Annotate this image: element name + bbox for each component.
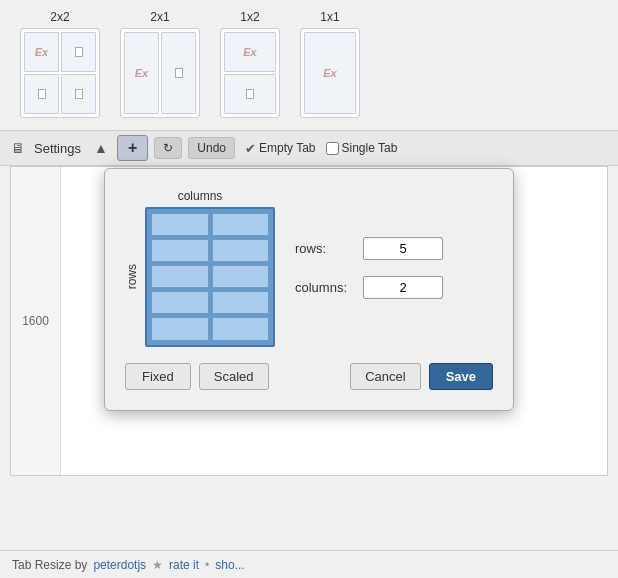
scaled-button[interactable]: Scaled bbox=[199, 363, 269, 390]
dialog-grid-area: columns rows bbox=[125, 189, 493, 347]
rows-label: rows: bbox=[295, 241, 355, 256]
grid-cell bbox=[212, 213, 270, 236]
fixed-button[interactable]: Fixed bbox=[125, 363, 191, 390]
rows-field: rows: bbox=[295, 237, 443, 260]
grid-cell bbox=[212, 317, 270, 340]
grid-with-labels: columns rows bbox=[125, 189, 275, 347]
grid-cell bbox=[151, 239, 209, 262]
grid-dialog: columns rows bbox=[104, 168, 514, 411]
grid-cell bbox=[212, 265, 270, 288]
rows-side-label: rows bbox=[125, 264, 139, 289]
grid-cell bbox=[212, 291, 270, 314]
columns-field: columns: bbox=[295, 276, 443, 299]
dialog-buttons: Fixed Scaled Cancel Save bbox=[125, 363, 493, 390]
columns-label: columns: bbox=[295, 280, 355, 295]
dialog-overlay: columns rows bbox=[0, 0, 618, 578]
columns-input[interactable] bbox=[363, 276, 443, 299]
grid-cell bbox=[151, 291, 209, 314]
cancel-button[interactable]: Cancel bbox=[350, 363, 420, 390]
grid-cell bbox=[151, 213, 209, 236]
grid-cell bbox=[151, 317, 209, 340]
rows-input[interactable] bbox=[363, 237, 443, 260]
grid-preview bbox=[145, 207, 275, 347]
grid-cell bbox=[212, 239, 270, 262]
dialog-fields: rows: columns: bbox=[295, 237, 443, 299]
grid-cell bbox=[151, 265, 209, 288]
columns-top-label: columns bbox=[178, 189, 223, 203]
save-button[interactable]: Save bbox=[429, 363, 493, 390]
